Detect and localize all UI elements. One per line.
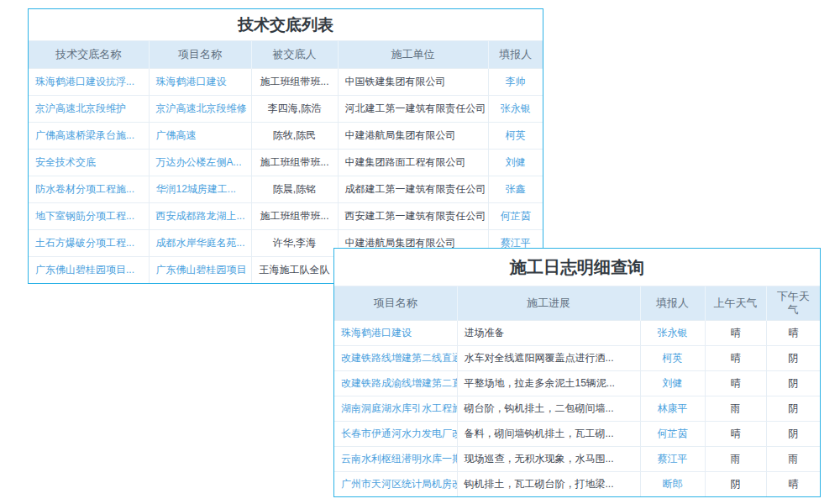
column-header-construction-unit: 施工单位 [338, 41, 488, 69]
progress-cell: 进场准备 [457, 321, 640, 346]
column-header-morning-weather: 上午天气 [705, 286, 766, 321]
filler-cell[interactable]: 蔡江平 [640, 447, 705, 472]
progress-cell: 现场巡查，无积水现象，水马围... [457, 447, 640, 472]
project-name-cell[interactable]: 改建铁路成渝线增建第二直通线 [334, 371, 457, 396]
briefed-person-cell: 施工班组带班... [251, 69, 338, 96]
column-header-filler: 填报人 [640, 286, 705, 321]
log-table-row: 湖南洞庭湖水库引水工程施工项目 砌台阶，钩机排土，二包砌间墙... 林康平 雨 … [334, 396, 820, 422]
project-name-cell[interactable]: 云南水利枢纽潜明水库一期工程 [334, 447, 457, 472]
construction-log-table: 项目名称 施工进展 填报人 上午天气 下午天气 珠海鹤港口建设 进场准备 张永银… [334, 286, 820, 496]
afternoon-weather-cell: 阴 [766, 346, 820, 371]
project-name-cell[interactable]: 湖南洞庭湖水库引水工程施工项目 [334, 396, 457, 422]
filler-cell[interactable]: 张永银 [488, 96, 543, 123]
filler-cell[interactable]: 何芷茵 [640, 422, 705, 447]
filler-cell[interactable]: 刘健 [488, 150, 543, 176]
log-table-row: 改建铁路线增建第二线直通线 水车对全线遮阳网覆盖点进行洒... 柯英 晴 阴 [334, 346, 820, 371]
column-header-disclosure-name: 技术交底名称 [29, 41, 149, 69]
disclosure-name-cell[interactable]: 广东佛山碧桂园项目... [29, 257, 149, 284]
log-table-row: 改建铁路成渝线增建第二直通线 平整场地，拉走多余泥土15辆泥... 刘健 晴 阴 [334, 371, 820, 396]
morning-weather-cell: 雨 [705, 396, 766, 422]
filler-cell[interactable]: 断郎 [640, 472, 705, 497]
briefed-person-cell: 施工班组带班... [251, 150, 338, 176]
disclosure-list-title: 技术交底列表 [29, 9, 543, 41]
briefed-person-cell: 王海施工队全队 [251, 257, 338, 284]
construction-unit-cell: 河北建工第一建筑有限责任公司 [338, 96, 488, 123]
progress-cell: 水车对全线遮阳网覆盖点进行洒... [457, 346, 640, 371]
project-name-cell[interactable]: 西安成都路龙湖上... [149, 203, 251, 230]
column-header-filler: 填报人 [488, 41, 543, 69]
log-table-row: 长春市伊通河水力发电厂改建工程 备料，砌间墙钩机排土，瓦工砌... 何芷茵 晴 … [334, 422, 820, 447]
disclosure-table: 技术交底名称 项目名称 被交底人 施工单位 填报人 珠海鹤港口建设抗浮... 珠… [29, 41, 543, 283]
project-name-cell[interactable]: 京沪高速北京段维修 [149, 96, 251, 123]
disclosure-header-row: 技术交底名称 项目名称 被交底人 施工单位 填报人 [29, 41, 543, 69]
column-header-project-name: 项目名称 [149, 41, 251, 69]
disclosure-name-cell[interactable]: 地下室钢筋分项工程... [29, 203, 149, 230]
filler-cell[interactable]: 张永银 [640, 321, 705, 346]
column-header-project-name: 项目名称 [334, 286, 457, 321]
afternoon-weather-cell: 雨 [766, 447, 820, 472]
afternoon-weather-cell: 晴 [766, 472, 820, 497]
morning-weather-cell: 晴 [705, 321, 766, 346]
construction-unit-cell: 西安建工第一建筑有限责任公司 [338, 203, 488, 230]
filler-cell[interactable]: 柯英 [640, 346, 705, 371]
disclosure-name-cell[interactable]: 珠海鹤港口建设抗浮... [29, 69, 149, 96]
afternoon-weather-cell: 阴 [766, 422, 820, 447]
disclosure-table-row: 广佛高速桥梁承台施... 广佛高速 陈牧,陈民 中建港航局集团有限公司 柯英 [29, 123, 543, 150]
disclosure-table-row: 京沪高速北京段维护 京沪高速北京段维修 李四海,陈浩 河北建工第一建筑有限责任公… [29, 96, 543, 123]
morning-weather-cell: 雨 [705, 447, 766, 472]
disclosure-name-cell[interactable]: 安全技术交底 [29, 150, 149, 176]
project-name-cell[interactable]: 珠海鹤港口建设 [334, 321, 457, 346]
morning-weather-cell: 晴 [705, 422, 766, 447]
morning-weather-cell: 晴 [705, 346, 766, 371]
log-table-row: 广州市天河区统计局机房改造项目 钩机排土，瓦工砌台阶，打地梁... 断郎 阴 晴 [334, 472, 820, 497]
afternoon-weather-cell: 晴 [766, 321, 820, 346]
construction-log-title: 施工日志明细查询 [334, 249, 820, 286]
filler-cell[interactable]: 柯英 [488, 123, 543, 150]
filler-cell[interactable]: 林康平 [640, 396, 705, 422]
morning-weather-cell: 晴 [705, 371, 766, 396]
progress-cell: 钩机排土，瓦工砌台阶，打地梁... [457, 472, 640, 497]
progress-cell: 平整场地，拉走多余泥土15辆泥... [457, 371, 640, 396]
project-name-cell[interactable]: 长春市伊通河水力发电厂改建工程 [334, 422, 457, 447]
filler-cell[interactable]: 刘健 [640, 371, 705, 396]
disclosure-name-cell[interactable]: 广佛高速桥梁承台施... [29, 123, 149, 150]
briefed-person-cell: 施工班组带班... [251, 203, 338, 230]
progress-cell: 砌台阶，钩机排土，二包砌间墙... [457, 396, 640, 422]
disclosure-table-row: 珠海鹤港口建设抗浮... 珠海鹤港口建设 施工班组带班... 中国铁建集团有限公… [29, 69, 543, 96]
briefed-person-cell: 陈牧,陈民 [251, 123, 338, 150]
disclosure-list-panel: 技术交底列表 技术交底名称 项目名称 被交底人 施工单位 填报人 珠海鹤港口建设… [28, 8, 543, 284]
construction-unit-cell: 中国铁建集团有限公司 [338, 69, 488, 96]
construction-log-panel: 施工日志明细查询 项目名称 施工进展 填报人 上午天气 下午天气 珠海鹤港口建设… [333, 248, 821, 497]
filler-cell[interactable]: 李帅 [488, 69, 543, 96]
project-name-cell[interactable]: 广佛高速 [149, 123, 251, 150]
briefed-person-cell: 许华,李海 [251, 230, 338, 257]
project-name-cell[interactable]: 广州市天河区统计局机房改造项目 [334, 472, 457, 497]
construction-unit-cell: 中建港航局集团有限公司 [338, 123, 488, 150]
afternoon-weather-cell: 阴 [766, 371, 820, 396]
disclosure-name-cell[interactable]: 防水卷材分项工程施... [29, 176, 149, 203]
log-table-row: 云南水利枢纽潜明水库一期工程 现场巡查，无积水现象，水马围... 蔡江平 雨 雨 [334, 447, 820, 472]
disclosure-table-row: 安全技术交底 万达办公楼左侧A... 施工班组带班... 中建集团路面工程有限公… [29, 150, 543, 176]
afternoon-weather-cell: 阴 [766, 396, 820, 422]
project-name-cell[interactable]: 珠海鹤港口建设 [149, 69, 251, 96]
disclosure-table-row: 地下室钢筋分项工程... 西安成都路龙湖上... 施工班组带班... 西安建工第… [29, 203, 543, 230]
project-name-cell[interactable]: 华润12城房建工... [149, 176, 251, 203]
filler-cell[interactable]: 张鑫 [488, 176, 543, 203]
project-name-cell[interactable]: 广东佛山碧桂园项目 [149, 257, 251, 284]
disclosure-name-cell[interactable]: 土石方爆破分项工程... [29, 230, 149, 257]
filler-cell[interactable]: 何芷茵 [488, 203, 543, 230]
briefed-person-cell: 陈晨,陈铭 [251, 176, 338, 203]
log-table-row: 珠海鹤港口建设 进场准备 张永银 晴 晴 [334, 321, 820, 346]
construction-unit-cell: 成都建工第一建筑有限责任公司 [338, 176, 488, 203]
construction-unit-cell: 中建集团路面工程有限公司 [338, 150, 488, 176]
morning-weather-cell: 阴 [705, 472, 766, 497]
progress-cell: 备料，砌间墙钩机排土，瓦工砌... [457, 422, 640, 447]
column-header-briefed-person: 被交底人 [251, 41, 338, 69]
project-name-cell[interactable]: 成都水岸华庭名苑... [149, 230, 251, 257]
log-header-row: 项目名称 施工进展 填报人 上午天气 下午天气 [334, 286, 820, 321]
project-name-cell[interactable]: 万达办公楼左侧A... [149, 150, 251, 176]
disclosure-name-cell[interactable]: 京沪高速北京段维护 [29, 96, 149, 123]
project-name-cell[interactable]: 改建铁路线增建第二线直通线 [334, 346, 457, 371]
column-header-progress: 施工进展 [457, 286, 640, 321]
briefed-person-cell: 李四海,陈浩 [251, 96, 338, 123]
